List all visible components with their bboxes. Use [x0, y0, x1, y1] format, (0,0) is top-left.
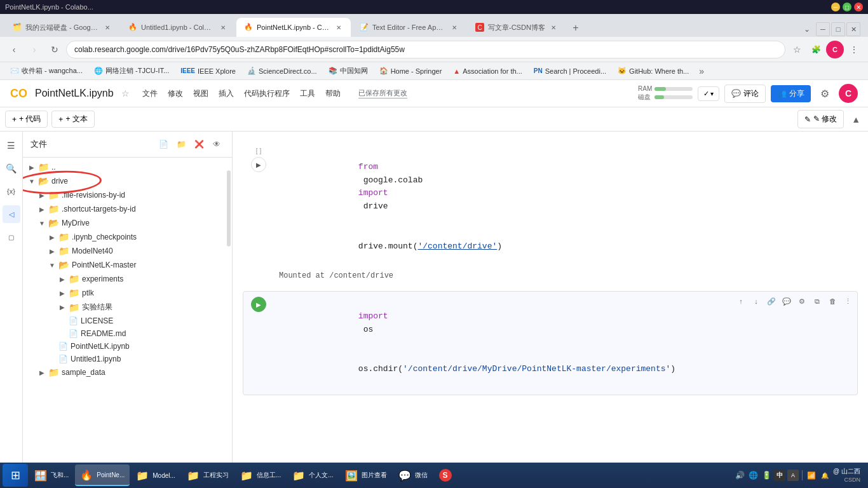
cell-1-move-up[interactable]: ↑: [734, 145, 748, 159]
tab-text-editor[interactable]: 📝 Text Editor - Free App for Ed... ✕: [352, 18, 466, 37]
extensions-icon[interactable]: 🧩: [807, 41, 825, 58]
tray-icon-keyboard[interactable]: 中: [774, 470, 785, 481]
profile-icon[interactable]: C: [826, 41, 844, 58]
cell-1-link[interactable]: 🔗: [764, 145, 778, 159]
comment-button[interactable]: 💬 评论: [724, 85, 766, 103]
collapse-button[interactable]: ▲: [849, 112, 863, 127]
cell-1-run-button[interactable]: ▶: [251, 157, 266, 172]
bookmark-inbox[interactable]: ✉️ 收件箱 - wangcha...: [5, 64, 88, 78]
taskbar-item-humanities[interactable]: 📁 个人文...: [287, 464, 338, 486]
menu-runtime[interactable]: 代码执行程序: [239, 86, 295, 102]
menu-file[interactable]: 文件: [137, 86, 163, 102]
sidebar-refresh-button[interactable]: 👁: [209, 137, 224, 152]
tab-list-button[interactable]: ⌄: [799, 22, 815, 37]
tree-item-drive[interactable]: ▼ 📂 drive: [23, 174, 232, 188]
sidebar-nav-variables[interactable]: {x}: [3, 182, 20, 200]
tree-item-experiments[interactable]: ▶ 📁 experiments: [23, 272, 232, 286]
tab-close-2[interactable]: ✕: [219, 23, 227, 32]
bookmark-star-icon[interactable]: ☆: [788, 41, 806, 58]
cell-2-copy[interactable]: ⧉: [810, 294, 824, 308]
menu-view[interactable]: 视图: [188, 86, 214, 102]
tree-item-readme[interactable]: ▶ 📄 README.md: [23, 327, 232, 340]
tray-notification[interactable]: 🔔: [819, 470, 831, 481]
chrome-menu-icon[interactable]: ⋮: [845, 41, 863, 58]
add-code-button[interactable]: + + 代码: [5, 111, 48, 128]
sidebar-upload-button[interactable]: ❌: [191, 137, 207, 152]
bookmark-github[interactable]: 🐱 GitHub: Where th...: [613, 65, 694, 77]
tab-my-drive[interactable]: 🗂️ 我的云端硬盘 - Google 云盘 ✕: [5, 18, 119, 37]
cell-1-comment[interactable]: 💬: [780, 145, 794, 159]
bookmark-sciencedirect[interactable]: 🔬 ScienceDirect.co...: [242, 65, 322, 77]
bookmark-acm[interactable]: ▲ Association for th...: [448, 65, 527, 77]
sidebar-nav-files[interactable]: ◁: [3, 205, 20, 223]
cell-2-move-down[interactable]: ↓: [749, 294, 763, 308]
sidebar-nav-search[interactable]: 🔍: [3, 159, 20, 177]
tree-item-ipynb-checkpoints[interactable]: ▶ 📁 .ipynb_checkpoints: [23, 230, 232, 244]
bookmark-ieee[interactable]: IEEE IEEE Xplore: [175, 65, 241, 77]
taskbar-item-model[interactable]: 📁 Model...: [131, 464, 180, 486]
share-button[interactable]: 👥 分享: [771, 85, 811, 102]
forward-button[interactable]: ›: [25, 41, 43, 58]
cell-2-move-up[interactable]: ↑: [734, 294, 748, 308]
taskbar-item-winutil[interactable]: 🪟 飞和...: [29, 464, 74, 486]
menu-help[interactable]: 帮助: [320, 86, 346, 102]
tab-close-1[interactable]: ✕: [103, 23, 112, 32]
bookmark-proceedings[interactable]: PN Search | Proceedi...: [529, 65, 611, 77]
star-button[interactable]: ☆: [121, 88, 130, 98]
cell-2-more[interactable]: ⋮: [841, 294, 855, 308]
tab-csdn[interactable]: C 写文章-CSDN博客 ✕: [468, 18, 566, 37]
bookmark-network[interactable]: 🌐 网络注销 -TJCU-IT...: [89, 64, 174, 78]
tree-item-license[interactable]: ▶ 📄 LICENSE: [23, 315, 232, 327]
taskbar-item-imgviewer[interactable]: 🖼️ 图片查看: [340, 464, 392, 486]
sidebar-nav-menu[interactable]: ☰: [3, 137, 20, 154]
tab-close-5[interactable]: ✕: [549, 23, 558, 32]
tab-restore-button[interactable]: □: [831, 22, 845, 36]
cell-1-copy[interactable]: ⧉: [810, 145, 824, 159]
taskbar-item-pointnet[interactable]: 🔥 PointNe...: [75, 464, 130, 486]
tree-item-modelnet40[interactable]: ▶ 📁 ModelNet40: [23, 244, 232, 258]
add-text-button[interactable]: + + 文本: [51, 111, 94, 128]
taskbar-item-info[interactable]: 📁 信息工...: [235, 464, 286, 486]
connect-dropdown[interactable]: ✓ ▾: [698, 86, 719, 101]
cell-1-delete[interactable]: 🗑: [825, 145, 839, 159]
tray-icon-volume[interactable]: 🔊: [734, 470, 745, 481]
tray-icon-caps[interactable]: A: [787, 470, 799, 481]
cell-1-move-down[interactable]: ↓: [749, 145, 763, 159]
cell-2-settings[interactable]: ⚙: [795, 294, 809, 308]
sidebar-nav-terminal[interactable]: ▢: [3, 228, 20, 246]
tree-item-file-revisions[interactable]: ▶ 📁 .file-revisions-by-id: [23, 188, 232, 202]
reload-button[interactable]: ↻: [46, 41, 64, 58]
edit-mode-button[interactable]: ✎ ✎ 修改: [797, 110, 844, 128]
menu-tools[interactable]: 工具: [295, 86, 320, 102]
sidebar-new-folder-button[interactable]: 📁: [173, 137, 189, 152]
menu-edit[interactable]: 修改: [163, 86, 188, 102]
tab-untitled1[interactable]: 🔥 Untitled1.ipynb - Colabor... ✕: [121, 18, 235, 37]
tree-item-ptlk[interactable]: ▶ 📁 ptlk: [23, 286, 232, 300]
bookmarks-more-button[interactable]: »: [695, 66, 708, 76]
minimize-button[interactable]: ─: [831, 3, 840, 11]
taskbar-item-project[interactable]: 📁 工程实习: [182, 464, 234, 486]
tree-item-dotdot[interactable]: ▶ 📁 ..: [23, 160, 232, 174]
address-input[interactable]: [66, 41, 785, 58]
tree-item-mydrive[interactable]: ▼ 📂 MyDrive: [23, 216, 232, 230]
settings-button[interactable]: ⚙: [816, 85, 834, 102]
start-button[interactable]: ⊞: [3, 464, 28, 487]
tab-close-window-button[interactable]: ✕: [846, 22, 860, 36]
cell-1-more[interactable]: ⋮: [841, 145, 855, 159]
tree-item-sample-data[interactable]: ▶ 📁 sample_data: [23, 365, 232, 379]
tray-icon-battery[interactable]: 🔋: [761, 470, 772, 481]
tree-item-pointnetlk-master[interactable]: ▼ 📂 PointNetLK-master: [23, 258, 232, 272]
tab-close-4[interactable]: ✕: [450, 23, 459, 32]
user-avatar[interactable]: C: [839, 84, 858, 103]
maximize-button[interactable]: □: [843, 3, 851, 11]
tree-item-shortcut-targets[interactable]: ▶ 📁 .shortcut-targets-by-id: [23, 202, 232, 216]
menu-insert[interactable]: 插入: [214, 86, 239, 102]
cell-2-delete[interactable]: 🗑: [825, 294, 839, 308]
cell-2-comment[interactable]: 💬: [780, 294, 794, 308]
new-tab-button[interactable]: +: [567, 19, 585, 37]
cell-2-run-button[interactable]: ▶: [251, 297, 266, 312]
cell-1-settings[interactable]: ⚙: [795, 145, 809, 159]
tab-minimize-button[interactable]: ─: [816, 22, 830, 36]
taskbar-item-wechat[interactable]: 💬 微信: [393, 464, 433, 486]
sidebar-new-file-button[interactable]: 📄: [156, 137, 171, 152]
